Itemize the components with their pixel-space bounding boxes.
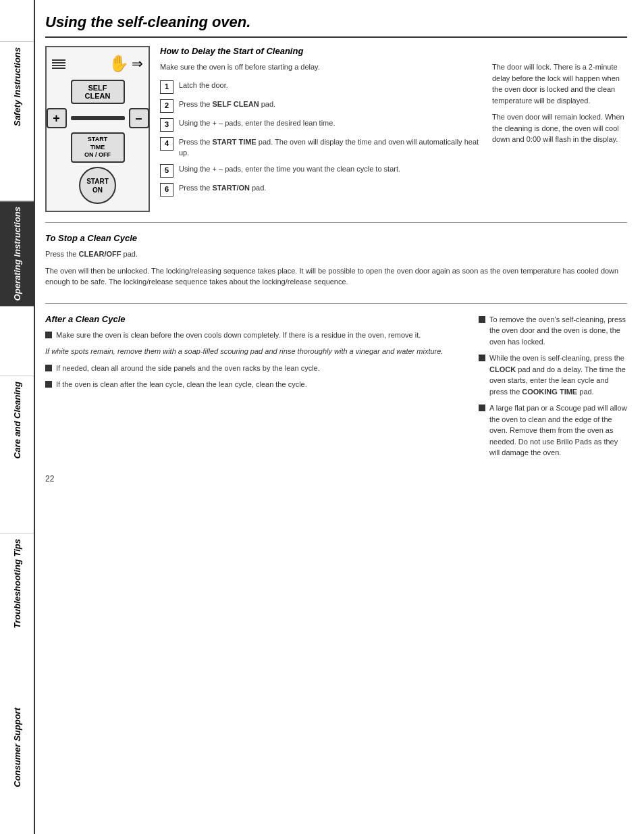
step-text-2: Press the SELF CLEAN pad. <box>179 99 484 110</box>
after-clean-right: To remove the oven's self-cleaning, pres… <box>479 314 627 464</box>
right-text-1: The door will lock. There is a 2-minute … <box>492 61 627 106</box>
step-3: 3 Using the + – pads, enter the desired … <box>160 118 484 132</box>
bullet-icon-3 <box>45 381 52 388</box>
after-clean-item-1: Make sure the oven is clean before the o… <box>45 330 468 341</box>
self-clean-button[interactable]: SELF CLEAN <box>71 80 125 104</box>
step-text-1: Latch the door. <box>179 80 484 91</box>
step-number-6: 6 <box>160 183 173 197</box>
step-number-1: 1 <box>160 80 173 94</box>
top-section: ✋ ⇒ SELF CLEAN + – <box>45 46 627 223</box>
step-number-2: 2 <box>160 99 173 113</box>
top-instructions-area: How to Delay the Start of Cleaning Make … <box>160 46 627 212</box>
step-text-6: Press the START/ON pad. <box>179 182 484 194</box>
stop-cycle-description: The oven will then be unlocked. The lock… <box>45 265 627 288</box>
after-clean-text-1: Make sure the oven is clean before the o… <box>56 330 468 341</box>
bullet-icon-r2 <box>479 355 485 361</box>
instructions-left-col: Make sure the oven is off before startin… <box>160 61 484 212</box>
step-2: 2 Press the SELF CLEAN pad. <box>160 99 484 113</box>
bullet-icon-r1 <box>479 316 485 323</box>
page-number: 22 <box>45 474 627 484</box>
stop-cycle-step: Press the CLEAR/OFF pad. <box>45 249 627 260</box>
main-content: Using the self-cleaning oven. ✋ ⇒ SELF C… <box>35 0 644 834</box>
after-clean-right-item-2: While the oven is self-cleaning, press t… <box>479 353 627 397</box>
step-text-5: Using the + – pads, enter the time you w… <box>179 163 484 175</box>
bullet-icon-r3 <box>479 405 485 411</box>
minus-button[interactable]: – <box>129 108 149 128</box>
steps-list: 1 Latch the door. 2 Press the SELF CLEAN… <box>160 80 484 197</box>
after-clean-text-3: If the oven is clean after the lean cycl… <box>56 379 468 390</box>
sidebar: Safety Instructions Operating Instructio… <box>0 0 35 834</box>
after-clean-text-2: If needed, clean all around the side pan… <box>56 363 468 374</box>
hand-icon: ✋ <box>109 54 129 73</box>
step-5: 5 Using the + – pads, enter the time you… <box>160 163 484 178</box>
stop-cycle-heading: To Stop a Clean Cycle <box>45 233 627 243</box>
sidebar-item-consumer-support[interactable]: Consumer Support <box>0 702 34 793</box>
bullet-icon-2 <box>45 365 52 371</box>
step-number-3: 3 <box>160 118 173 132</box>
sidebar-item-care-and-cleaning[interactable]: Care and Cleaning <box>0 375 34 464</box>
step-1: 1 Latch the door. <box>160 80 484 94</box>
oven-panel-illustration: ✋ ⇒ SELF CLEAN + – <box>45 46 150 212</box>
after-clean-heading: After a Clean Cycle <box>45 314 468 324</box>
after-clean-item-2: If needed, clean all around the side pan… <box>45 363 468 374</box>
middle-section: To Stop a Clean Cycle Press the CLEAR/OF… <box>45 233 627 304</box>
step-text-4: Press the START TIME pad. The oven will … <box>179 136 484 159</box>
plus-minus-controls: + – <box>47 108 149 128</box>
sidebar-item-operating-instructions[interactable]: Operating Instructions <box>0 201 34 306</box>
sidebar-item-safety-instructions[interactable]: Safety Instructions <box>0 41 34 132</box>
bullet-icon-1 <box>45 332 52 338</box>
delay-start-heading: How to Delay the Start of Cleaning <box>160 46 627 56</box>
after-clean-item-3: If the oven is clean after the lean cycl… <box>45 379 468 390</box>
after-clean-right-item-1: To remove the oven's self-cleaning, pres… <box>479 314 627 348</box>
plus-button[interactable]: + <box>47 108 67 128</box>
right-text-2: The oven door will remain locked. When t… <box>492 111 627 145</box>
arrow-right-icon: ⇒ <box>132 55 143 72</box>
page-title: Using the self-cleaning oven. <box>45 14 627 38</box>
separator-line <box>71 116 125 120</box>
start-time-button[interactable]: START TIME ON / OFF <box>71 132 125 163</box>
instructions-columns: Make sure the oven is off before startin… <box>160 61 627 212</box>
after-clean-right-text-3: A large flat pan or a Scouge pad will al… <box>489 402 627 459</box>
step-text-3: Using the + – pads, enter the desired le… <box>179 118 484 129</box>
step-number-4: 4 <box>160 137 173 151</box>
intro-text: Make sure the oven is off before startin… <box>160 61 484 73</box>
start-on-button[interactable]: START ON <box>79 167 116 204</box>
after-clean-right-item-3: A large flat pan or a Scouge pad will al… <box>479 402 627 459</box>
after-clean-right-text-1: To remove the oven's self-cleaning, pres… <box>489 314 627 348</box>
after-clean-italic: If white spots remain, remove them with … <box>45 346 468 357</box>
after-clean-right-text-2: While the oven is self-cleaning, press t… <box>489 353 627 397</box>
step-4: 4 Press the START TIME pad. The oven wil… <box>160 136 484 159</box>
bottom-section: After a Clean Cycle Make sure the oven i… <box>45 314 627 464</box>
step-number-5: 5 <box>160 164 173 178</box>
sidebar-item-troubleshooting-tips[interactable]: Troubleshooting Tips <box>0 533 34 633</box>
step-6: 6 Press the START/ON pad. <box>160 182 484 197</box>
instructions-right-col: The door will lock. There is a 2-minute … <box>492 61 627 212</box>
after-clean-left: After a Clean Cycle Make sure the oven i… <box>45 314 468 464</box>
